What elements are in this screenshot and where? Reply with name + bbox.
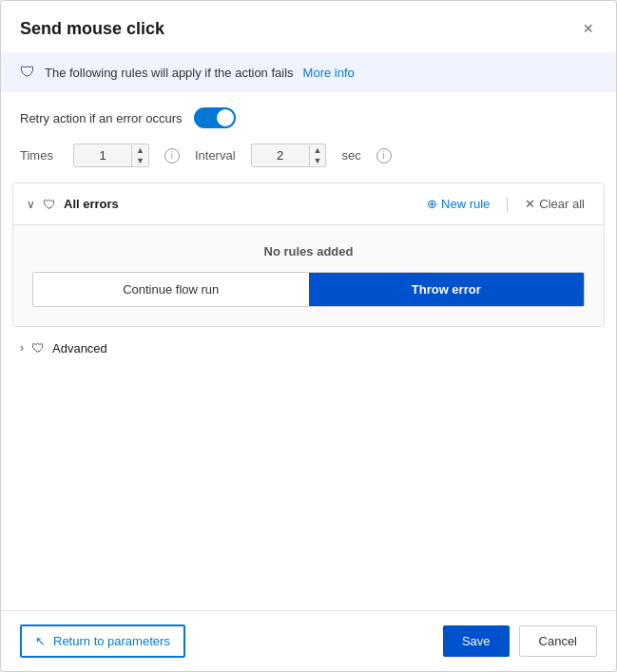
dialog-title: Send mouse click	[20, 19, 164, 39]
plus-icon: ⊕	[427, 197, 437, 211]
all-errors-right: ⊕ New rule ✕ Clear all	[421, 193, 590, 215]
times-row: Times ▲ ▼ i Interval ▲ ▼ sec i	[1, 144, 616, 182]
cancel-button[interactable]: Cancel	[519, 625, 597, 657]
save-button[interactable]: Save	[443, 625, 510, 657]
times-spinners: ▲ ▼	[131, 145, 148, 166]
new-rule-label: New rule	[441, 197, 490, 211]
interval-input-wrapper: ▲ ▼	[251, 144, 327, 167]
dialog-header: Send mouse click ×	[1, 1, 616, 52]
advanced-label: Advanced	[52, 341, 107, 355]
retry-label: Retry action if an error occurs	[20, 111, 183, 125]
chevron-right-icon[interactable]: ›	[20, 341, 24, 355]
times-input-wrapper: ▲ ▼	[73, 144, 149, 167]
return-params-label: Return to parameters	[53, 634, 170, 648]
interval-up-btn[interactable]: ▲	[310, 145, 326, 156]
cursor-icon: ↖	[35, 634, 46, 648]
all-errors-section: ∨ 🛡 All errors ⊕ New rule ✕ Clear all	[12, 182, 605, 327]
advanced-shield-icon: 🛡	[31, 340, 45, 355]
times-down-btn[interactable]: ▼	[132, 156, 148, 166]
throw-error-button[interactable]: Throw error	[309, 273, 585, 306]
times-up-btn[interactable]: ▲	[132, 145, 148, 156]
dialog-footer: ↖ Return to parameters Save Cancel	[1, 610, 616, 671]
close-button[interactable]: ×	[579, 16, 597, 41]
interval-info-icon[interactable]: i	[376, 148, 392, 163]
interval-label: Interval	[195, 148, 236, 163]
x-mark-icon: ✕	[525, 197, 535, 211]
all-errors-header: ∨ 🛡 All errors ⊕ New rule ✕ Clear all	[13, 183, 604, 224]
shield-icon: 🛡	[20, 64, 35, 81]
no-rules-text: No rules added	[32, 244, 585, 259]
all-errors-left: ∨ 🛡 All errors	[27, 197, 119, 212]
interval-down-btn[interactable]: ▼	[310, 156, 326, 166]
advanced-section: › 🛡 Advanced	[1, 327, 616, 369]
retry-toggle[interactable]	[194, 107, 236, 128]
dialog-body: 🛡 The following rules will apply if the …	[1, 52, 616, 610]
sec-label: sec	[341, 148, 360, 163]
footer-right: Save Cancel	[443, 625, 597, 657]
dialog: Send mouse click × 🛡 The following rules…	[0, 0, 617, 672]
no-rules-area: No rules added Continue flow run Throw e…	[13, 224, 604, 326]
new-rule-button[interactable]: ⊕ New rule	[421, 193, 495, 215]
clear-all-button[interactable]: ✕ Clear all	[519, 193, 590, 215]
more-info-link[interactable]: More info	[303, 66, 355, 80]
all-errors-shield-icon: 🛡	[43, 197, 56, 212]
retry-section: Retry action if an error occurs	[1, 107, 616, 144]
spacer	[1, 369, 616, 610]
error-mode-buttons: Continue flow run Throw error	[32, 272, 585, 307]
info-banner: 🛡 The following rules will apply if the …	[1, 52, 616, 92]
all-errors-label: All errors	[64, 197, 119, 211]
times-input[interactable]	[74, 144, 131, 166]
times-info-icon[interactable]: i	[164, 148, 180, 163]
times-label: Times	[20, 148, 58, 163]
divider	[507, 197, 508, 212]
chevron-down-icon[interactable]: ∨	[27, 198, 35, 211]
info-banner-text: The following rules will apply if the ac…	[45, 66, 294, 80]
interval-spinners: ▲ ▼	[309, 145, 326, 166]
return-to-parameters-button[interactable]: ↖ Return to parameters	[20, 624, 185, 658]
continue-flow-button[interactable]: Continue flow run	[33, 273, 309, 306]
clear-all-label: Clear all	[539, 197, 585, 211]
interval-input[interactable]	[252, 144, 309, 166]
